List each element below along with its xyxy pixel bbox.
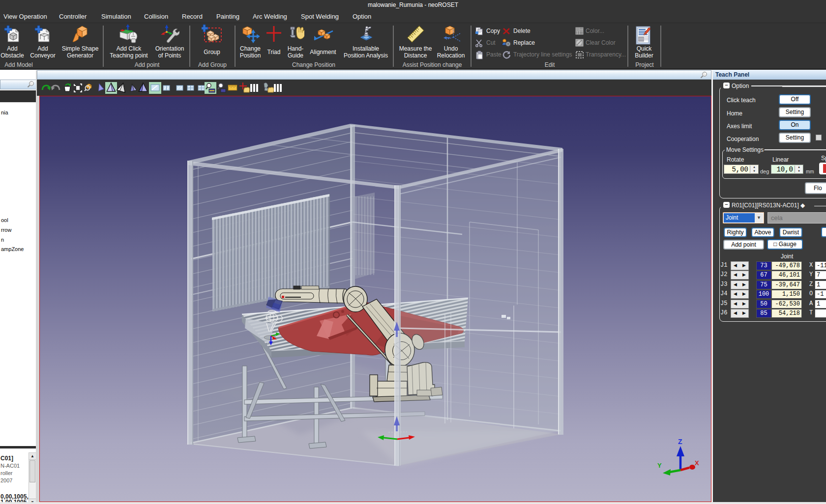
svg-text:Z: Z [678,438,682,446]
svg-text:Y: Y [657,462,662,469]
svg-text:X: X [695,459,699,467]
